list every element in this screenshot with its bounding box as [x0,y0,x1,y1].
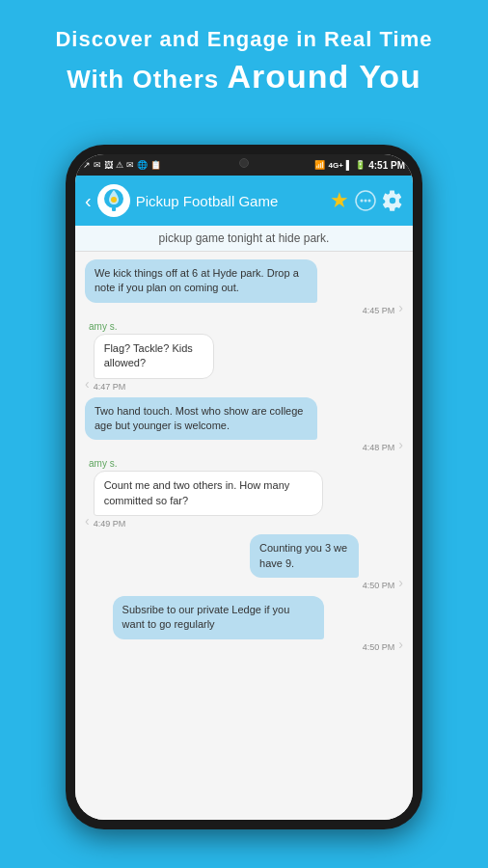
svg-point-5 [365,200,367,203]
msg-6-time: 4:50 PM [113,642,395,652]
network-label: 4G+ [328,161,342,170]
chat-area[interactable]: We kick things off at 6 at Hyde park. Dr… [75,252,413,820]
clipboard-icon: 📋 [150,160,161,170]
msg-4-time: 4:49 PM [94,519,388,529]
app-bar-actions: ★ [330,188,403,213]
svg-point-1 [111,197,117,203]
image-icon: 🖼 [104,160,113,170]
msg-1-time: 4:45 PM [85,306,394,315]
globe-icon: 🌐 [137,160,148,170]
msg-2-chevron: ‹ [85,376,90,392]
msg-3-time: 4:48 PM [85,443,394,452]
app-logo [97,184,130,217]
msg-6-bubble: Subsribe to our private Ledge if you wan… [113,596,395,652]
settings-icon[interactable] [382,190,403,211]
msg-3-bubble: Two hand touch. Most who show are colleg… [85,397,394,453]
msg-1-chevron: › [398,300,403,315]
warning-icon: ⚠ [116,160,123,170]
msg-1-wrap: We kick things off at 6 at Hyde park. Dr… [85,259,403,315]
status-bar-left: ↗ ✉ 🖼 ⚠ ✉ 🌐 📋 [83,160,161,170]
chat-subtitle: pickup game tonight at hide park. [75,226,413,252]
message-1: We kick things off at 6 at Hyde park. Dr… [85,259,403,315]
message-2: amy s. ‹ Flag? Tackle? Kids allowed? 4:4… [85,321,403,392]
phone-screen: ↗ ✉ 🖼 ⚠ ✉ 🌐 📋 📶 4G+ ▌ 🔋 4:51 PM [75,154,413,820]
header-line1: Discover and Engage in Real Time [19,27,469,52]
status-bar-right: 📶 4G+ ▌ 🔋 4:51 PM [314,160,405,171]
msg-5-chevron: › [398,575,403,590]
phone-mockup: ↗ ✉ 🖼 ⚠ ✉ 🌐 📋 📶 4G+ ▌ 🔋 4:51 PM [66,145,422,829]
msg-5-bubble: Counting you 3 we have 9. 4:50 PM [250,534,394,590]
message-5: Counting you 3 we have 9. 4:50 PM › [85,534,403,590]
msg-3-text: Two hand touch. Most who show are colleg… [85,397,317,441]
svg-point-4 [361,200,364,203]
battery-icon: 🔋 [355,160,366,170]
msg-1-bubble: We kick things off at 6 at Hyde park. Dr… [85,259,394,315]
svg-rect-2 [112,207,116,211]
msg-5-text: Counting you 3 we have 9. [250,534,359,578]
wifi-icon: 📶 [314,160,325,170]
msg-6-text: Subsribe to our private Ledge if you wan… [113,596,325,639]
app-header: Discover and Engage in Real Time With Ot… [0,0,488,109]
msg-5-wrap: Counting you 3 we have 9. 4:50 PM › [250,534,403,590]
app-bar: ‹ Pickup Football Game ★ [75,176,413,226]
header-line2: With Others Around You [19,58,469,95]
email2-icon: ✉ [126,160,134,170]
header-line2-end: Around You [227,58,420,95]
msg-5-time: 4:50 PM [250,581,394,590]
phone-camera [239,158,249,168]
msg-2-time: 4:47 PM [94,382,249,392]
msg-6-chevron: › [398,637,403,652]
svg-point-6 [368,200,371,203]
message-6: Subsribe to our private Ledge if you wan… [85,596,403,652]
email-icon: ✉ [94,160,101,170]
app-bar-title: Pickup Football Game [136,193,324,209]
message-3: Two hand touch. Most who show are colleg… [85,397,403,453]
msg-3-chevron: › [398,437,403,452]
msg-1-text: We kick things off at 6 at Hyde park. Dr… [85,259,317,303]
msg-6-wrap: Subsribe to our private Ledge if you wan… [113,596,403,652]
msg-2-text: Flag? Tackle? Kids allowed? [94,334,214,379]
msg-4-bubble-wrap: Count me and two others in. How many com… [94,471,388,529]
status-time: 4:51 PM [368,160,405,171]
options-icon[interactable] [355,190,376,211]
msg-3-wrap: Two hand touch. Most who show are colleg… [85,397,403,453]
msg-4-text: Count me and two others in. How many com… [94,471,323,516]
star-button[interactable]: ★ [330,188,349,213]
message-4: amy s. ‹ Count me and two others in. How… [85,458,403,529]
msg-4-chevron: ‹ [85,513,90,529]
back-button[interactable]: ‹ [85,190,92,212]
header-line2-start: With Others [67,65,219,94]
phone-body: ↗ ✉ 🖼 ⚠ ✉ 🌐 📋 📶 4G+ ▌ 🔋 4:51 PM [66,145,422,829]
msg-2-bubble-wrap: Flag? Tackle? Kids allowed? 4:47 PM [94,334,249,392]
msg-2-sender: amy s. [85,321,117,332]
notification-icon-arrow: ↗ [83,160,91,170]
signal-bars-icon: ▌ [346,160,352,170]
msg-4-sender: amy s. [85,458,117,469]
